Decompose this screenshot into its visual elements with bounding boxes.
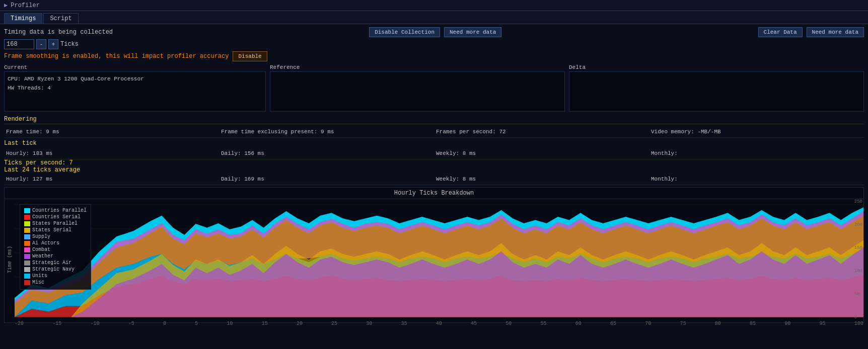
last-24-header: Last 24 ticks average bbox=[4, 166, 864, 173]
disable-collection-button[interactable]: Disable Collection bbox=[369, 27, 440, 37]
legend-label-strategic-navy: Strategic Navy bbox=[32, 267, 75, 272]
legend-label-units: Units bbox=[32, 273, 47, 279]
ticks-increment-button[interactable]: + bbox=[48, 39, 58, 49]
legend-item-countries-parallel: Countries Parallel bbox=[24, 208, 87, 213]
profiler-icon: ▶ bbox=[4, 2, 8, 9]
last-tick-section: Last tick Hourly: 183 ms Daily: 156 ms W… bbox=[4, 139, 864, 159]
x-label--10: -10 bbox=[90, 321, 99, 326]
x-label-25: 25 bbox=[331, 321, 337, 326]
legend-color-supply bbox=[24, 234, 30, 239]
legend-color-strategic-navy bbox=[24, 267, 30, 272]
x-label-85: 85 bbox=[750, 321, 756, 326]
ticks-summary-section: Ticks per second: 7 Last 24 ticks averag… bbox=[4, 159, 864, 185]
x-label-40: 40 bbox=[436, 321, 442, 326]
last-24-weekly: Weekly: 8 ms bbox=[434, 175, 649, 183]
last-tick-weekly: Weekly: 8 ms bbox=[434, 149, 649, 157]
tab-script[interactable]: Script bbox=[43, 13, 78, 24]
x-label-95: 95 bbox=[819, 321, 825, 326]
legend-label-strategic-air: Strategic Air bbox=[32, 260, 71, 266]
warning-text: Frame smoothing is enabled, this will im… bbox=[4, 53, 229, 60]
reference-panel-wrapper: Reference bbox=[270, 64, 565, 112]
delta-label: Delta bbox=[569, 64, 864, 70]
legend-item-states-parallel: States Parallel bbox=[24, 221, 87, 226]
chart-title: Hourly Ticks Breakdown bbox=[5, 188, 863, 199]
ticks-row: - + Ticks bbox=[4, 39, 864, 49]
x-label-70: 70 bbox=[645, 321, 651, 326]
x-axis-labels: -20 -15 -10 -5 0 5 10 15 20 25 30 35 40 … bbox=[5, 320, 863, 326]
legend-color-weather bbox=[24, 254, 30, 259]
x-label-50: 50 bbox=[505, 321, 512, 326]
x-label-75: 75 bbox=[680, 321, 686, 326]
legend-label-states-serial: States Serial bbox=[32, 227, 71, 233]
ticks-decrement-button[interactable]: - bbox=[36, 39, 46, 49]
legend-item-strategic-air: Strategic Air bbox=[24, 260, 87, 266]
legend-item-states-serial: States Serial bbox=[24, 227, 87, 233]
legend-item-combat: Combat bbox=[24, 247, 87, 252]
reference-panel bbox=[270, 71, 565, 112]
chart-inner: Time (ms) Countries Parallel Countries S… bbox=[5, 199, 863, 320]
legend-color-states-serial bbox=[24, 228, 30, 233]
warning-row: Frame smoothing is enabled, this will im… bbox=[4, 51, 864, 61]
right-buttons: Clear Data Need more data bbox=[758, 27, 864, 37]
chart-svg bbox=[15, 199, 863, 320]
panels-row: Current CPU: AMD Ryzen 3 1200 Quad-Core … bbox=[4, 64, 864, 112]
legend-item-countries-serial: Countries Serial bbox=[24, 214, 87, 220]
need-more-data-button-2[interactable]: Need more data bbox=[807, 27, 864, 37]
disable-smoothing-button[interactable]: Disable bbox=[233, 51, 267, 61]
x-label-65: 65 bbox=[610, 321, 616, 326]
current-label: Current bbox=[4, 64, 266, 70]
chart-legend: Countries Parallel Countries Serial Stat… bbox=[20, 204, 91, 290]
legend-label-ai-actors: Ai Actors bbox=[32, 240, 59, 246]
x-label--20: -20 bbox=[15, 321, 24, 326]
last-tick-hourly: Hourly: 183 ms bbox=[4, 149, 219, 157]
x-label--15: -15 bbox=[52, 321, 61, 326]
tab-timings[interactable]: Timings bbox=[4, 13, 42, 24]
delta-panel bbox=[569, 71, 864, 112]
chart-container: Hourly Ticks Breakdown Time (ms) Countri… bbox=[4, 187, 864, 323]
x-label-10: 10 bbox=[227, 321, 233, 326]
frame-time-excluding: Frame time exclusing present: 9 ms bbox=[219, 128, 434, 136]
y-axis-label: Time (ms) bbox=[5, 199, 15, 320]
center-buttons: Disable Collection Need more data bbox=[369, 27, 501, 37]
legend-color-ai-actors bbox=[24, 241, 30, 246]
last-tick-header: Last tick bbox=[4, 139, 864, 148]
rendering-stats-row: Frame time: 9 ms Frame time exclusing pr… bbox=[4, 126, 864, 138]
last-tick-daily: Daily: 156 ms bbox=[219, 149, 434, 157]
ticks-label: Ticks bbox=[60, 41, 79, 48]
x-label-35: 35 bbox=[401, 321, 407, 326]
legend-label-countries-serial: Countries Serial bbox=[32, 214, 81, 220]
x-label-100: 100 bbox=[854, 321, 863, 326]
x-label-55: 55 bbox=[541, 321, 547, 326]
legend-item-strategic-navy: Strategic Navy bbox=[24, 267, 87, 272]
clear-data-button[interactable]: Clear Data bbox=[758, 27, 803, 37]
legend-item-weather: Weather bbox=[24, 253, 87, 259]
legend-label-weather: Weather bbox=[32, 253, 53, 259]
current-panel-wrapper: Current CPU: AMD Ryzen 3 1200 Quad-Core … bbox=[4, 64, 266, 112]
main-content: Timing data is being collected Disable C… bbox=[0, 24, 868, 326]
x-label-60: 60 bbox=[575, 321, 582, 326]
reference-label: Reference bbox=[270, 64, 565, 70]
last-tick-stats-row: Hourly: 183 ms Daily: 156 ms Weekly: 8 m… bbox=[4, 148, 864, 159]
legend-label-countries-parallel: Countries Parallel bbox=[32, 208, 87, 213]
ticks-input[interactable] bbox=[4, 39, 34, 49]
current-panel: CPU: AMD Ryzen 3 1200 Quad-Core Processo… bbox=[4, 71, 266, 112]
need-more-data-button-1[interactable]: Need more data bbox=[444, 27, 501, 37]
x-label-80: 80 bbox=[715, 321, 721, 326]
legend-item-supply: Supply bbox=[24, 234, 87, 239]
legend-label-states-parallel: States Parallel bbox=[32, 221, 78, 226]
x-label-45: 45 bbox=[471, 321, 477, 326]
legend-color-combat bbox=[24, 247, 30, 252]
current-cpu: CPU: AMD Ryzen 3 1200 Quad-Core Processo… bbox=[8, 75, 262, 84]
video-memory: Video memory: -MB/-MB bbox=[649, 128, 864, 136]
current-threads: HW Threads: 4 bbox=[8, 84, 262, 93]
ticks-per-second: Ticks per second: 7 bbox=[4, 159, 864, 166]
legend-item-ai-actors: Ai Actors bbox=[24, 240, 87, 246]
rendering-section: Rendering Frame time: 9 ms Frame time ex… bbox=[4, 115, 864, 138]
frame-time: Frame time: 9 ms bbox=[4, 128, 219, 136]
top-controls-row: Timing data is being collected Disable C… bbox=[4, 27, 864, 37]
title-text: Profiler bbox=[11, 2, 40, 9]
x-label-20: 20 bbox=[297, 321, 303, 326]
legend-color-units bbox=[24, 274, 30, 279]
chart-area: Countries Parallel Countries Serial Stat… bbox=[15, 199, 863, 320]
x-label-5: 5 bbox=[195, 321, 198, 326]
